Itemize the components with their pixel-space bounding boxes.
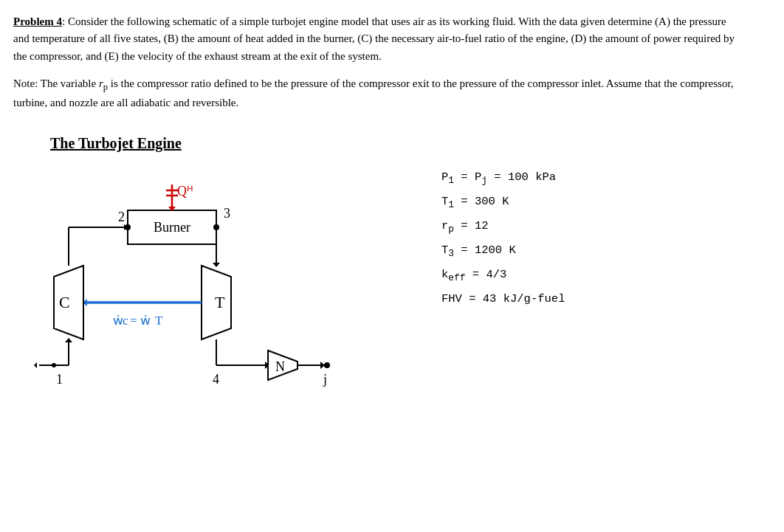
given-line-4: T3 = 1200 K <box>441 239 565 263</box>
svg-text:= ẇ: = ẇ <box>130 314 151 328</box>
svg-point-5 <box>213 224 219 230</box>
svg-text:Burner: Burner <box>154 220 190 235</box>
given-line-2: T1 = 300 K <box>441 190 565 215</box>
svg-text:T: T <box>215 293 225 311</box>
svg-text:4: 4 <box>213 372 219 387</box>
diagram-container: The Turbojet Engine Burner 2 3 Qᴴ <box>13 129 397 410</box>
svg-text:Qᴴ: Qᴴ <box>177 184 193 198</box>
given-line-1: P1 = Pj = 100 kPa <box>441 166 565 190</box>
given-line-5: keff = 4/3 <box>441 263 565 288</box>
given-line-3: rp = 12 <box>441 215 565 239</box>
turbojet-diagram: Burner 2 3 Qᴴ T <box>13 129 397 410</box>
svg-point-42 <box>324 362 330 368</box>
svg-text:T: T <box>155 314 163 328</box>
svg-marker-30 <box>34 362 37 368</box>
problem-label: Problem 4 <box>13 15 62 27</box>
svg-text:3: 3 <box>224 206 230 221</box>
svg-text:2: 2 <box>118 210 125 224</box>
svg-text:ẇ: ẇ <box>113 314 123 328</box>
problem-statement: Problem 4: Consider the following schema… <box>13 13 737 65</box>
svg-text:j: j <box>323 372 327 387</box>
given-data-panel: P1 = Pj = 100 kPa T1 = 300 K rp = 12 T3 … <box>441 166 565 311</box>
svg-marker-27 <box>65 338 72 342</box>
svg-marker-14 <box>213 263 220 267</box>
svg-text:c: c <box>123 314 128 328</box>
diagram-section: The Turbojet Engine Burner 2 3 Qᴴ <box>13 129 763 410</box>
svg-text:N: N <box>275 359 285 374</box>
given-line-6: FHV = 43 kJ/g-fuel <box>441 288 565 311</box>
svg-text:C: C <box>59 293 70 311</box>
problem-text: : Consider the following schematic of a … <box>13 15 735 62</box>
note-text: Note: The variable rp is the compressor … <box>13 75 737 112</box>
svg-text:1: 1 <box>56 372 63 387</box>
note-main: Note: The variable rp is the compressor … <box>13 77 734 108</box>
